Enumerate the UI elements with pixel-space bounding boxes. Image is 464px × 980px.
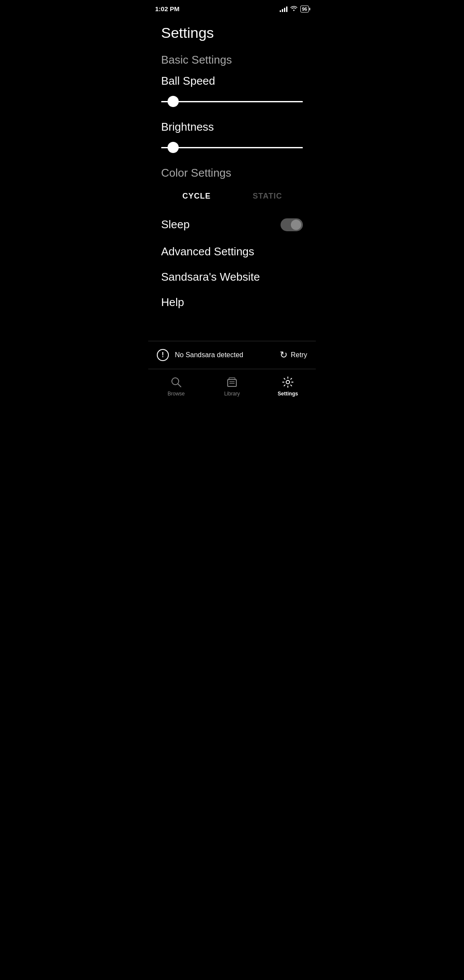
color-settings-section: Color Settings CYCLE STATIC	[161, 166, 303, 205]
browse-label: Browse	[168, 391, 185, 397]
brightness-slider-container	[161, 139, 303, 156]
signal-icon	[280, 6, 287, 12]
status-time: 1:02 PM	[155, 5, 180, 12]
notification-bar: ! No Sandsara detected ↻ Retry	[148, 341, 316, 369]
wifi-icon	[290, 5, 298, 12]
brightness-label: Brightness	[161, 120, 303, 134]
library-icon	[226, 376, 238, 388]
toggle-knob	[291, 220, 301, 230]
battery-icon: 96	[300, 6, 309, 12]
alert-icon: !	[157, 349, 169, 361]
ball-speed-label: Ball Speed	[161, 74, 303, 88]
page-title: Settings	[161, 24, 303, 41]
notification-message: No Sandsara detected	[175, 351, 243, 359]
website-item[interactable]: Sandsara's Website	[161, 264, 303, 290]
settings-icon	[282, 376, 294, 388]
battery-level: 96	[302, 6, 307, 12]
browse-icon	[170, 376, 182, 388]
sleep-toggle[interactable]	[281, 218, 303, 231]
color-mode-static[interactable]: STATIC	[232, 187, 303, 205]
color-mode-tabs: CYCLE STATIC	[161, 187, 303, 205]
brightness-slider[interactable]	[161, 147, 303, 148]
nav-item-browse[interactable]: Browse	[161, 376, 191, 397]
retry-button[interactable]: ↻ Retry	[280, 349, 307, 361]
svg-point-6	[286, 380, 290, 384]
library-label: Library	[224, 391, 240, 397]
notification-left: ! No Sandsara detected	[157, 349, 243, 361]
settings-label: Settings	[278, 391, 298, 397]
nav-item-library[interactable]: Library	[217, 376, 247, 397]
status-icons: 96	[280, 5, 309, 12]
status-bar: 1:02 PM 96	[148, 0, 316, 16]
ball-speed-slider[interactable]	[161, 101, 303, 102]
page-content: Settings Basic Settings Ball Speed Brigh…	[148, 16, 316, 315]
color-mode-cycle[interactable]: CYCLE	[161, 187, 232, 205]
retry-icon: ↻	[280, 349, 287, 361]
advanced-settings-item[interactable]: Advanced Settings	[161, 239, 303, 264]
retry-label: Retry	[291, 351, 307, 359]
color-settings-header: Color Settings	[161, 166, 303, 180]
basic-settings-header: Basic Settings	[161, 53, 303, 67]
bottom-nav: Browse Library Settings	[148, 369, 316, 405]
nav-item-settings[interactable]: Settings	[273, 376, 303, 397]
svg-rect-3	[229, 378, 235, 380]
svg-line-1	[178, 384, 181, 387]
sleep-label: Sleep	[161, 218, 190, 231]
sleep-row: Sleep	[161, 214, 303, 236]
help-item[interactable]: Help	[161, 290, 303, 315]
svg-rect-2	[228, 380, 236, 386]
ball-speed-slider-container	[161, 93, 303, 110]
